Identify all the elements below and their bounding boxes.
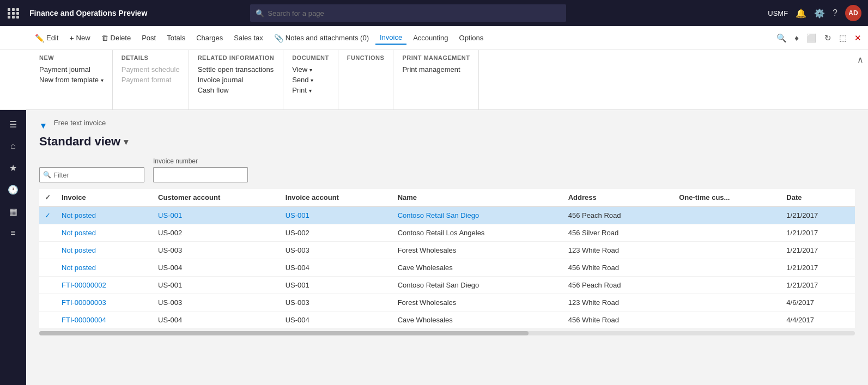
table-row[interactable]: FTI-00000002US-001US-001Contoso Retail S… [39,277,855,294]
help-icon[interactable]: ? [833,8,837,18]
row-checkbox[interactable] [39,242,56,259]
filter-icon[interactable]: ▼ [39,121,47,130]
options-button[interactable]: Options [455,32,488,44]
menu-item-invoice-journal[interactable]: Invoice journal [198,75,274,85]
filter-input[interactable] [53,171,141,179]
new-button[interactable]: + New [65,32,94,45]
sidebar-home-icon[interactable]: ⌂ [3,136,23,156]
close-icon[interactable]: ✕ [852,31,864,45]
refresh-icon[interactable]: ↻ [822,31,834,45]
invoice-link[interactable]: Not posted [62,229,96,237]
row-checkbox[interactable] [39,277,56,294]
invoice-account-cell-link[interactable]: US-001 [286,211,309,219]
name-cell: Cave Wholesales [392,259,563,277]
page-title-text: Standard view [39,135,120,149]
filter-input-box[interactable]: 🔍 [39,167,144,182]
salestax-button[interactable]: Sales tax [229,32,267,44]
date-cell: 1/21/2017 [781,206,855,224]
row-checkbox[interactable]: ✓ [39,206,56,224]
menu-group-document-title: Document [292,54,329,61]
settings-icon[interactable]: ⚙️ [814,8,825,19]
customer-account-cell: US-003 [153,294,280,311]
menu-item-settle[interactable]: Settle open transactions [198,64,274,75]
customer-account-cell-link[interactable]: US-001 [158,211,182,219]
invoice-link[interactable]: Not posted [62,211,96,219]
menu-item-print[interactable]: Print ▾ [292,85,329,95]
table-scroll-container[interactable]: ✓ Invoice Customer account Invoice accou… [39,189,855,329]
app-grid-icon[interactable] [7,7,21,20]
sidebar-list-icon[interactable]: ≡ [3,223,23,243]
table-body: ✓Not postedUS-001US-001Contoso Retail Sa… [39,206,855,329]
horizontal-scrollbar[interactable] [39,331,855,335]
table-row[interactable]: Not postedUS-002US-002Contoso Retail Los… [39,224,855,242]
table-row[interactable]: FTI-00000003US-003US-003Forest Wholesale… [39,294,855,311]
post-button[interactable]: Post [137,32,160,44]
invoice-link[interactable]: FTI-00000003 [62,298,106,307]
invoice-number-input[interactable] [157,171,244,179]
sidebar-star-icon[interactable]: ★ [3,158,23,178]
menu-item-view[interactable]: View ▾ [292,64,329,75]
menu-item-print-management[interactable]: Print management [402,64,470,75]
main-content: ▼ Free text invoice Standard view ▾ 🔍 In… [26,110,868,385]
col-one-time-header[interactable]: One-time cus... [673,189,781,206]
one-time-cell [673,294,781,311]
col-check-header[interactable]: ✓ [39,189,56,206]
name-cell-link[interactable]: Contoso Retail San Diego [398,211,479,219]
invoice-cell: FTI-00000002 [56,277,153,294]
invoice-tab-button[interactable]: Invoice [375,31,406,45]
sidebar-hamburger-icon[interactable]: ☰ [3,114,23,134]
notes-button[interactable]: 📎 Notes and attachments (0) [270,32,373,45]
date-cell: 1/21/2017 [781,224,855,242]
standard-view-chevron-icon[interactable]: ▾ [124,137,128,147]
menu-item-cash-flow[interactable]: Cash flow [198,85,274,95]
avatar[interactable]: AD [845,5,861,21]
name-cell: Contoso Retail San Diego [392,277,563,294]
popout-icon[interactable]: ⬚ [837,31,849,45]
search-bar[interactable]: 🔍 [250,4,566,22]
invoice-link[interactable]: Not posted [62,246,96,254]
split-icon[interactable]: ⬜ [804,31,819,45]
col-customer-account-header[interactable]: Customer account [153,189,280,206]
invoice-cell: Not posted [56,224,153,242]
notification-icon[interactable]: 🔔 [796,8,806,19]
sidebar: ☰ ⌂ ★ 🕐 ▦ ≡ [0,110,26,385]
search-icon: 🔍 [256,9,264,17]
row-checkbox[interactable] [39,224,56,242]
delete-button[interactable]: 🗑 Delete [97,32,136,44]
table-row[interactable]: Not postedUS-004US-004Cave Wholesales456… [39,259,855,277]
row-checkbox[interactable] [39,294,56,311]
invoice-account-cell: US-001 [280,277,392,294]
menu-collapse-button[interactable]: ∧ [857,54,864,65]
charges-button[interactable]: Charges [192,32,227,44]
col-address-header[interactable]: Address [563,189,674,206]
table-row[interactable]: ✓Not postedUS-001US-001Contoso Retail Sa… [39,206,855,224]
col-invoice-account-header[interactable]: Invoice account [280,189,392,206]
col-name-header[interactable]: Name [392,189,563,206]
row-checkbox[interactable] [39,259,56,277]
sidebar-clock-icon[interactable]: 🕐 [3,180,23,199]
invoice-account-cell: US-004 [280,259,392,277]
filter-icon-row: ▼ Free text invoice [39,119,855,130]
accounting-button[interactable]: Accounting [409,32,452,44]
row-checkbox[interactable] [39,311,56,329]
menu-item-new-from-template[interactable]: New from template ▾ [39,75,104,85]
invoice-link[interactable]: FTI-00000004 [62,316,106,324]
col-date-header[interactable]: Date [781,189,855,206]
invoice-cell: FTI-00000003 [56,294,153,311]
invoice-number-input-box[interactable] [153,167,248,182]
sidebar-grid-icon[interactable]: ▦ [3,201,23,221]
invoice-account-cell: US-003 [280,294,392,311]
invoice-link[interactable]: FTI-00000002 [62,281,106,289]
search-input[interactable] [268,9,561,17]
table-row[interactable]: FTI-00000004US-004US-004Cave Wholesales4… [39,311,855,329]
table-row[interactable]: Not postedUS-003US-003Forest Wholesales1… [39,242,855,259]
menu-item-send[interactable]: Send ▾ [292,75,329,85]
menu-item-payment-journal[interactable]: Payment journal [39,64,104,75]
col-invoice-header[interactable]: Invoice [56,189,153,206]
edit-button[interactable]: ✏️ Edit [31,32,63,45]
diamond-icon[interactable]: ♦ [792,31,801,45]
totals-button[interactable]: Totals [162,32,190,44]
customer-account-cell: US-001 [153,206,280,224]
invoice-link[interactable]: Not posted [62,264,96,272]
search-action-icon[interactable]: 🔍 [774,31,789,45]
